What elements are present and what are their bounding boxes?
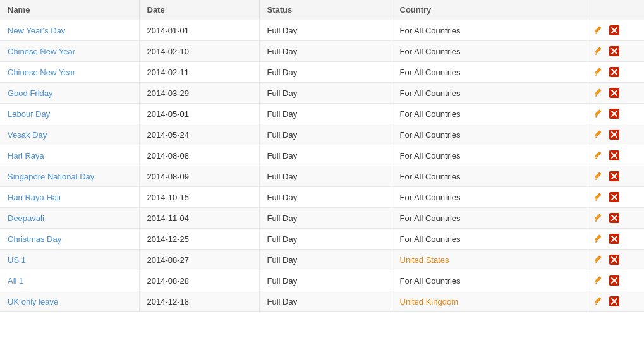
holiday-name-link[interactable]: Vesak Day [8, 130, 47, 140]
delete-button[interactable] [609, 212, 620, 224]
delete-button[interactable] [609, 108, 620, 119]
holiday-name-link[interactable]: New Year's Day [8, 26, 65, 35]
holiday-name-link[interactable]: Good Friday [8, 88, 53, 98]
delete-button[interactable] [609, 87, 620, 99]
cell-date: 2014-02-10 [139, 41, 259, 62]
holiday-name-link[interactable]: Singapore National Day [8, 172, 94, 181]
table-row: Christmas Day2014-12-25Full DayFor All C… [0, 229, 644, 250]
country-link[interactable]: United States [400, 255, 449, 265]
delete-button[interactable] [609, 254, 620, 265]
delete-icon [609, 275, 619, 286]
pencil-icon [594, 88, 604, 98]
delete-icon [609, 46, 619, 56]
delete-button[interactable] [609, 25, 620, 36]
cell-name: All 1 [0, 270, 139, 291]
col-header-status: Status [259, 0, 392, 20]
holiday-name-link[interactable]: UK only leave [8, 297, 58, 306]
country-link[interactable]: United Kingdom [400, 297, 459, 306]
edit-button[interactable] [593, 212, 605, 224]
holiday-name-link[interactable]: Deepavali [8, 214, 44, 223]
edit-button[interactable] [593, 191, 605, 203]
edit-button[interactable] [593, 66, 605, 78]
holiday-name-link[interactable]: Hari Raya [8, 151, 44, 160]
holiday-name-link[interactable]: Chinese New Year [8, 68, 75, 77]
cell-actions [588, 208, 644, 229]
delete-button[interactable] [609, 129, 620, 140]
cell-country: For All Countries [392, 145, 588, 166]
delete-icon [609, 130, 619, 140]
cell-country: United States [392, 250, 588, 270]
edit-button[interactable] [593, 275, 605, 286]
svg-marker-55 [595, 220, 597, 222]
delete-button[interactable] [609, 275, 620, 286]
cell-actions [588, 166, 644, 187]
cell-country: For All Countries [392, 20, 588, 41]
svg-marker-61 [595, 241, 597, 243]
cell-status: Full Day [259, 187, 392, 208]
edit-button[interactable] [593, 129, 605, 140]
delete-icon [609, 25, 619, 35]
table-row: New Year's Day2014-01-01Full DayFor All … [0, 20, 644, 41]
cell-name: Good Friday [0, 83, 139, 104]
holiday-name-link[interactable]: All 1 [8, 276, 23, 286]
edit-button[interactable] [593, 254, 605, 265]
table-header-row: Name Date Status Country [0, 0, 644, 20]
delete-button[interactable] [609, 296, 620, 307]
edit-button[interactable] [593, 233, 605, 244]
delete-icon [609, 109, 619, 119]
cell-country: For All Countries [392, 41, 588, 62]
pencil-icon [594, 150, 604, 160]
pencil-icon [594, 109, 604, 119]
delete-icon [609, 150, 619, 160]
cell-name: Chinese New Year [0, 62, 139, 83]
svg-marker-25 [595, 116, 597, 118]
cell-date: 2014-03-29 [139, 83, 259, 104]
edit-button[interactable] [593, 171, 605, 182]
table-row: Chinese New Year2014-02-10Full DayFor Al… [0, 41, 644, 62]
edit-button[interactable] [593, 150, 605, 161]
delete-button[interactable] [609, 171, 620, 182]
cell-date: 2014-01-01 [139, 20, 259, 41]
cell-status: Full Day [259, 41, 392, 62]
edit-button[interactable] [593, 108, 605, 119]
delete-button[interactable] [609, 66, 620, 78]
svg-marker-79 [595, 303, 597, 305]
table-row: Hari Raya Haji2014-10-15Full DayFor All … [0, 187, 644, 208]
svg-marker-1 [595, 32, 597, 34]
pencil-icon [594, 296, 604, 306]
holiday-name-link[interactable]: Chinese New Year [8, 47, 75, 56]
cell-country: For All Countries [392, 124, 588, 145]
svg-marker-31 [595, 136, 597, 138]
holiday-name-link[interactable]: US 1 [8, 255, 26, 265]
edit-button[interactable] [593, 296, 605, 307]
holiday-name-link[interactable]: Christmas Day [8, 234, 61, 244]
cell-name: Singapore National Day [0, 166, 139, 187]
cell-status: Full Day [259, 145, 392, 166]
col-header-actions [588, 0, 644, 20]
table-row: US 12014-08-27Full DayUnited States [0, 250, 644, 270]
svg-marker-43 [595, 178, 597, 180]
cell-date: 2014-08-27 [139, 250, 259, 270]
pencil-icon [594, 67, 604, 77]
delete-button[interactable] [609, 191, 620, 203]
cell-name: Christmas Day [0, 229, 139, 250]
cell-actions [588, 291, 644, 312]
pencil-icon [594, 255, 604, 265]
edit-button[interactable] [593, 87, 605, 99]
cell-actions [588, 62, 644, 83]
delete-button[interactable] [609, 150, 620, 161]
cell-date: 2014-05-24 [139, 124, 259, 145]
holiday-name-link[interactable]: Hari Raya Haji [8, 193, 61, 202]
holiday-name-link[interactable]: Labour Day [8, 109, 50, 119]
cell-status: Full Day [259, 229, 392, 250]
cell-actions [588, 104, 644, 124]
table-row: Vesak Day2014-05-24Full DayFor All Count… [0, 124, 644, 145]
delete-button[interactable] [609, 233, 620, 244]
edit-button[interactable] [593, 25, 605, 36]
edit-button[interactable] [593, 45, 605, 57]
cell-date: 2014-08-28 [139, 270, 259, 291]
svg-marker-13 [595, 74, 597, 76]
delete-icon [609, 88, 619, 98]
pencil-icon [594, 46, 604, 56]
delete-button[interactable] [609, 45, 620, 57]
